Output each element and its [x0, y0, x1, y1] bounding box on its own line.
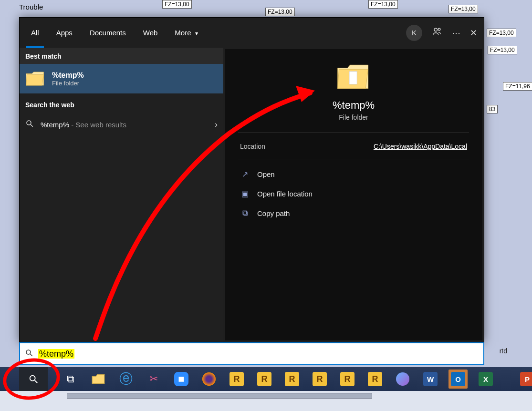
- preview-subtitle: File folder: [233, 113, 474, 121]
- taskbar-revit-6[interactable]: R: [365, 370, 385, 389]
- web-query: %temp%: [41, 121, 69, 129]
- taskbar-snip[interactable]: ✂: [144, 370, 163, 389]
- taskbar-revit-2[interactable]: R: [255, 370, 274, 389]
- taskbar-revit-5[interactable]: R: [338, 370, 357, 389]
- action-open-location[interactable]: ▣ Open file location: [238, 186, 469, 201]
- taskbar-zoom[interactable]: ■: [172, 370, 191, 389]
- action-copy-path-label: Copy path: [257, 209, 290, 217]
- location-path[interactable]: C:\Users\wasikk\AppData\Local: [374, 143, 467, 150]
- close-icon[interactable]: ✕: [470, 28, 477, 38]
- search-query-text: %temp%: [38, 349, 74, 359]
- action-open-label: Open: [257, 170, 275, 178]
- open-icon: ↗: [240, 170, 250, 179]
- taskbar-excel[interactable]: X: [476, 370, 495, 389]
- best-match-title: %temp%: [52, 71, 84, 80]
- search-input-bar[interactable]: %temp%: [19, 342, 484, 365]
- taskbar-word[interactable]: W: [421, 370, 440, 389]
- background-text: Trouble: [19, 3, 43, 11]
- action-copy-path[interactable]: ⧉ Copy path: [238, 206, 469, 220]
- web-suffix: - See web results: [69, 121, 126, 129]
- folder-icon: [25, 70, 45, 88]
- chevron-right-icon: ›: [215, 120, 218, 130]
- tab-all[interactable]: All: [26, 26, 44, 40]
- best-match-item[interactable]: %temp% File folder: [20, 64, 223, 93]
- taskbar: ⧉ ⓔ ✂ ■ R R R R R R W O X P: [0, 367, 532, 391]
- svg-line-6: [30, 354, 32, 356]
- bg-label: FZ=13,00: [487, 29, 516, 37]
- svg-point-1: [438, 28, 440, 31]
- tab-more[interactable]: More ▾: [170, 26, 202, 40]
- taskbar-revit-4[interactable]: R: [310, 370, 329, 389]
- results-column: Best match %temp% File folder Search the…: [20, 48, 223, 342]
- svg-line-3: [31, 124, 33, 127]
- svg-point-0: [434, 28, 437, 31]
- tab-more-label: More: [175, 29, 191, 37]
- location-label: Location: [240, 143, 265, 150]
- search-web-header: Search the web: [20, 93, 223, 113]
- search-tabs-row: All Apps Documents Web More ▾ K ⋯ ✕: [20, 18, 484, 48]
- action-open[interactable]: ↗ Open: [238, 167, 469, 182]
- preview-title: %temp%: [233, 99, 474, 112]
- web-result-text: %temp% - See web results: [41, 121, 126, 129]
- taskbar-powerpoint[interactable]: P: [518, 370, 532, 389]
- svg-line-8: [35, 380, 38, 383]
- user-avatar[interactable]: K: [406, 25, 422, 41]
- horizontal-scrollbar[interactable]: [67, 393, 372, 399]
- tab-web[interactable]: Web: [138, 26, 163, 40]
- best-match-header: Best match: [20, 48, 223, 64]
- taskbar-revit-3[interactable]: R: [282, 370, 302, 389]
- taskbar-task-view[interactable]: ⧉: [61, 370, 80, 389]
- bg-label: FZ=11,96: [503, 82, 532, 91]
- taskbar-file-explorer[interactable]: [89, 370, 108, 389]
- bg-label: FZ=13,00: [488, 46, 517, 54]
- tab-documents[interactable]: Documents: [85, 26, 131, 40]
- taskbar-search-button[interactable]: [19, 367, 48, 391]
- svg-point-5: [26, 350, 31, 354]
- windows-search-panel: All Apps Documents Web More ▾ K ⋯ ✕ Best…: [19, 17, 484, 342]
- bg-label: FZ=13,00: [265, 8, 295, 16]
- bg-label: FZ=13,00: [368, 0, 398, 9]
- folder-icon: [336, 62, 371, 92]
- svg-point-2: [27, 121, 31, 125]
- svg-point-7: [30, 376, 35, 381]
- bg-label: FZ=13,00: [162, 0, 192, 9]
- taskbar-revit-1[interactable]: R: [227, 370, 246, 389]
- taskbar-outlook[interactable]: O: [449, 370, 468, 389]
- search-web-item[interactable]: %temp% - See web results ›: [20, 113, 223, 136]
- tab-apps[interactable]: Apps: [52, 26, 77, 40]
- copy-icon: ⧉: [240, 209, 250, 217]
- svg-rect-4: [349, 72, 357, 84]
- best-match-subtitle: File folder: [52, 80, 84, 87]
- preview-pane: %temp% File folder Location C:\Users\was…: [223, 48, 484, 342]
- taskbar-ie[interactable]: ⓔ: [116, 370, 136, 389]
- background-text: rtd: [500, 347, 507, 355]
- taskbar-app-misc[interactable]: [393, 370, 412, 389]
- search-icon: [25, 349, 33, 359]
- open-location-icon: ▣: [240, 189, 250, 198]
- taskbar-firefox[interactable]: [199, 370, 219, 389]
- rewards-icon[interactable]: [432, 26, 442, 39]
- bg-label: FZ=13,00: [449, 5, 478, 13]
- bg-label: 83: [487, 105, 498, 113]
- search-icon: [25, 119, 34, 130]
- options-icon[interactable]: ⋯: [452, 28, 460, 38]
- action-open-location-label: Open file location: [257, 190, 313, 198]
- chevron-down-icon: ▾: [195, 30, 198, 37]
